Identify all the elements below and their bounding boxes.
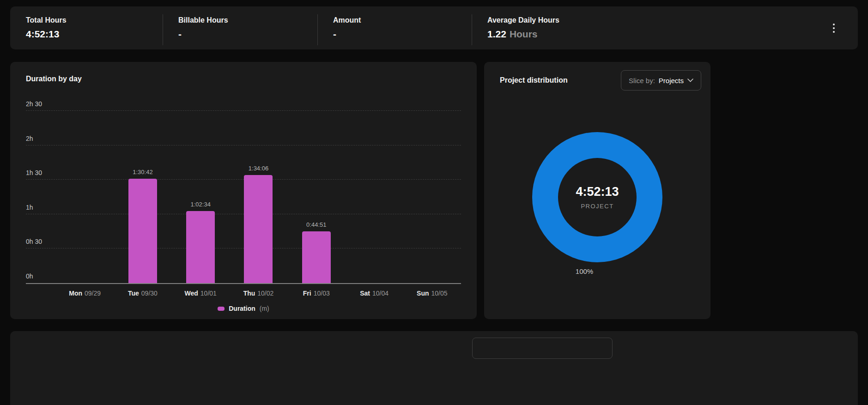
y-axis-tick-label: 0h [26,272,33,280]
x-axis-tick-label: Tue09/30 [114,290,171,297]
stat-label: Billable Hours [178,16,317,24]
bar-value-label: 1:34:06 [249,165,268,172]
x-axis-tick-label: Sun10/05 [403,290,461,297]
x-axis-tick-label: Fri10/03 [287,290,345,297]
summary-stats-bar: Total Hours 4:52:13 Billable Hours - Amo… [10,6,858,49]
x-tick-date: 09/29 [85,290,101,297]
y-axis-tick-label: 1h 30 [26,169,42,176]
x-axis-tick-label: Wed10/01 [172,290,230,297]
bar-column: 1:02:34 [172,111,230,283]
bottom-panel-control[interactable] [472,338,613,359]
chart-title: Duration by day [26,75,461,83]
bar-value-label: 1:30:42 [133,169,152,175]
bar-value-label: 0:44:51 [306,221,326,228]
stat-value-suffix: Hours [510,29,538,39]
stat-label: Total Hours [26,16,163,24]
stat-value: - [333,29,472,40]
donut-slice-percentage-label: 100% [576,267,593,275]
bar-columns: 1:30:421:02:341:34:060:44:51 [56,111,461,283]
project-distribution-panel: Project distribution Slice by: Projects … [484,62,710,319]
x-tick-day: Sat [360,290,370,297]
x-axis-tick-label: Mon09/29 [56,290,114,297]
x-tick-day: Fri [303,290,311,297]
x-tick-day: Sun [417,290,429,297]
bar-column: 1:34:06 [230,111,287,283]
x-tick-date: 10/03 [314,290,330,297]
x-tick-day: Tue [128,290,139,297]
slice-by-prefix-label: Slice by: [629,77,655,85]
duration-bar[interactable] [302,231,331,283]
stat-value: - [178,29,317,40]
bar-column [56,111,114,283]
duration-bar[interactable] [128,179,157,283]
bar-plot-area: 1:30:421:02:341:34:060:44:51 0h0h 301h1h… [26,111,461,284]
x-tick-date: 09/30 [141,290,158,297]
x-tick-date: 10/02 [257,290,273,297]
donut-hole: 4:52:13 PROJECT [558,158,637,236]
x-tick-date: 10/01 [200,290,217,297]
bar-column: 0:44:51 [287,111,345,283]
slice-by-dropdown[interactable]: Slice by: Projects [621,70,701,91]
donut-slice-projects[interactable]: 4:52:13 PROJECT [532,132,662,262]
chevron-down-icon [687,79,693,82]
bottom-report-panel [10,331,858,405]
x-tick-day: Mon [69,290,82,297]
x-axis-tick-label: Thu10/02 [230,290,287,297]
x-axis-labels: Mon09/29Tue09/30Wed10/01Thu10/02Fri10/03… [56,290,461,297]
x-axis-tick-label: Sat10/04 [345,290,403,297]
slice-by-selected-value: Projects [659,77,684,85]
bar-value-label: 1:02:34 [191,201,211,208]
stat-label: Amount [333,16,472,24]
distribution-title: Project distribution [493,76,568,85]
chart-legend: Duration (m) [26,305,461,312]
donut-center-label: PROJECT [581,203,613,210]
stat-value: 4:52:13 [26,29,163,40]
kebab-menu-icon[interactable] [830,21,838,36]
donut-chart: 4:52:13 PROJECT 100% [493,132,701,275]
legend-label: Duration [229,305,255,312]
duration-bar[interactable] [244,175,273,283]
y-axis-tick-label: 1h [26,204,33,211]
donut-center-value: 4:52:13 [576,185,619,199]
x-tick-date: 10/04 [372,290,388,297]
duration-bar[interactable] [186,211,215,283]
legend-swatch [218,307,225,311]
y-axis-tick-label: 0h 30 [26,238,42,245]
bar-column: 1:30:42 [114,111,171,283]
bar-column [403,111,461,283]
bar-column [345,111,403,283]
duration-by-day-panel: Duration by day 1:30:421:02:341:34:060:4… [10,62,477,319]
stat-total-hours: Total Hours 4:52:13 [10,6,163,49]
stat-label: Average Daily Hours [487,16,858,24]
y-axis-tick-label: 2h 30 [26,100,42,108]
stat-value: 1.22Hours [487,29,858,40]
distribution-header: Project distribution Slice by: Projects [493,70,701,91]
y-axis-tick-label: 2h [26,135,33,142]
stat-amount: Amount - [317,6,472,49]
x-tick-day: Wed [185,290,198,297]
x-tick-day: Thu [243,290,255,297]
legend-unit: (m) [260,305,269,312]
stat-billable-hours: Billable Hours - [163,6,317,49]
stat-average-daily-hours: Average Daily Hours 1.22Hours [472,6,858,49]
x-tick-date: 10/05 [431,290,448,297]
